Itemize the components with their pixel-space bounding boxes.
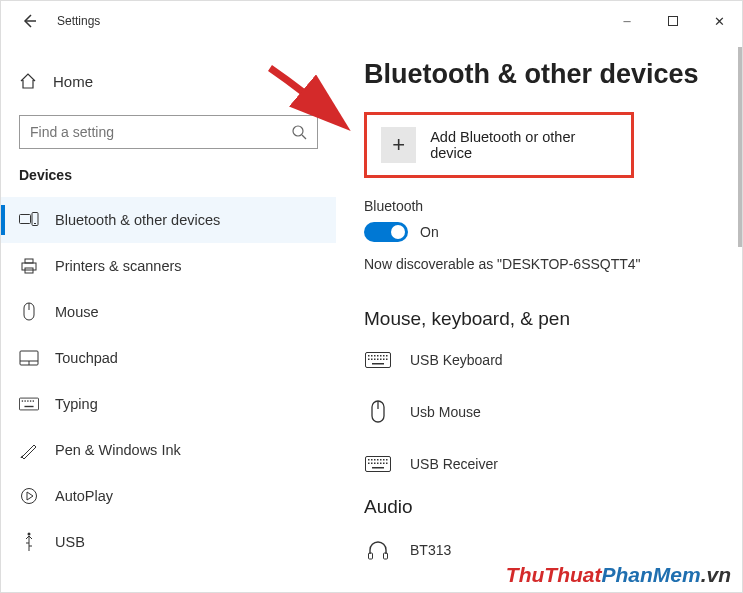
svg-rect-49 xyxy=(386,463,388,465)
svg-rect-21 xyxy=(374,355,376,357)
svg-rect-19 xyxy=(368,355,370,357)
svg-rect-32 xyxy=(386,359,388,361)
svg-rect-12 xyxy=(27,400,28,401)
scrollbar[interactable]: ˄ xyxy=(734,41,742,592)
svg-rect-31 xyxy=(383,359,385,361)
svg-rect-1 xyxy=(20,215,31,224)
svg-rect-39 xyxy=(377,459,379,461)
svg-rect-5 xyxy=(25,259,33,263)
svg-rect-50 xyxy=(372,467,384,469)
home-nav-item[interactable]: Home xyxy=(1,61,336,101)
search-input[interactable] xyxy=(30,124,291,140)
svg-rect-20 xyxy=(371,355,373,357)
sidebar-item-label: AutoPlay xyxy=(55,488,113,504)
svg-rect-43 xyxy=(368,463,370,465)
sidebar-item-bluetooth[interactable]: Bluetooth & other devices xyxy=(1,197,336,243)
svg-rect-47 xyxy=(380,463,382,465)
add-device-label: Add Bluetooth or other device xyxy=(430,129,617,161)
close-button[interactable] xyxy=(696,5,742,37)
sidebar-item-label: Typing xyxy=(55,396,98,412)
svg-rect-27 xyxy=(371,359,373,361)
sidebar-section-title: Devices xyxy=(1,167,336,197)
window-title: Settings xyxy=(57,14,100,28)
svg-rect-26 xyxy=(368,359,370,361)
home-icon xyxy=(19,72,37,90)
svg-rect-45 xyxy=(374,463,376,465)
pen-icon xyxy=(19,440,39,460)
main-content: Bluetooth & other devices + Add Bluetoot… xyxy=(336,41,742,592)
svg-rect-48 xyxy=(383,463,385,465)
svg-rect-4 xyxy=(22,263,36,270)
sidebar-item-autoplay[interactable]: AutoPlay xyxy=(1,473,336,519)
svg-rect-22 xyxy=(377,355,379,357)
svg-rect-13 xyxy=(30,400,31,401)
discoverable-text: Now discoverable as "DESKTOP-6SSQTT4" xyxy=(364,256,714,272)
svg-rect-29 xyxy=(377,359,379,361)
scrollbar-thumb[interactable] xyxy=(738,47,742,247)
svg-rect-37 xyxy=(371,459,373,461)
devices-icon xyxy=(19,210,39,230)
sidebar-item-mouse[interactable]: Mouse xyxy=(1,289,336,335)
sidebar-item-label: Bluetooth & other devices xyxy=(55,212,220,228)
sidebar-item-label: Touchpad xyxy=(55,350,118,366)
back-button[interactable] xyxy=(17,9,41,33)
usb-icon xyxy=(19,532,39,552)
page-title: Bluetooth & other devices xyxy=(364,59,714,90)
keyboard-icon xyxy=(364,456,392,472)
sidebar: Home Devices Bluetooth & other devices P… xyxy=(1,41,336,592)
toggle-state: On xyxy=(420,224,439,240)
search-input-container[interactable] xyxy=(19,115,318,149)
keyboard-icon xyxy=(364,352,392,368)
svg-rect-38 xyxy=(374,459,376,461)
watermark: ThuThuatPhanMem.vn xyxy=(506,563,731,587)
touchpad-icon xyxy=(19,348,39,368)
section-audio-title: Audio xyxy=(364,496,714,518)
device-item[interactable]: USB Receiver xyxy=(364,448,714,496)
autoplay-icon xyxy=(19,486,39,506)
svg-rect-24 xyxy=(383,355,385,357)
svg-rect-23 xyxy=(380,355,382,357)
device-item[interactable]: USB Keyboard xyxy=(364,344,714,392)
device-item[interactable]: Usb Mouse xyxy=(364,392,714,448)
search-icon xyxy=(291,124,307,140)
add-device-button[interactable]: + Add Bluetooth or other device xyxy=(364,112,634,178)
svg-rect-25 xyxy=(386,355,388,357)
svg-rect-15 xyxy=(24,406,33,407)
sidebar-item-printers[interactable]: Printers & scanners xyxy=(1,243,336,289)
svg-rect-33 xyxy=(372,363,384,365)
sidebar-item-label: Pen & Windows Ink xyxy=(55,442,181,458)
svg-rect-41 xyxy=(383,459,385,461)
svg-rect-3 xyxy=(34,223,36,224)
svg-point-16 xyxy=(22,489,37,504)
device-label: Usb Mouse xyxy=(410,404,481,420)
minimize-button[interactable] xyxy=(604,5,650,37)
svg-rect-42 xyxy=(386,459,388,461)
maximize-button[interactable] xyxy=(650,5,696,37)
keyboard-icon xyxy=(19,394,39,414)
svg-rect-30 xyxy=(380,359,382,361)
sidebar-item-touchpad[interactable]: Touchpad xyxy=(1,335,336,381)
svg-rect-9 xyxy=(19,398,38,410)
sidebar-item-usb[interactable]: USB xyxy=(1,519,336,565)
svg-rect-28 xyxy=(374,359,376,361)
section-mouse-keyboard-title: Mouse, keyboard, & pen xyxy=(364,308,714,330)
mouse-icon xyxy=(19,302,39,322)
plus-icon: + xyxy=(381,127,416,163)
svg-rect-40 xyxy=(380,459,382,461)
sidebar-item-typing[interactable]: Typing xyxy=(1,381,336,427)
svg-rect-14 xyxy=(33,400,34,401)
svg-rect-11 xyxy=(24,400,25,401)
bluetooth-toggle[interactable] xyxy=(364,222,408,242)
headphones-icon xyxy=(364,540,392,560)
svg-rect-10 xyxy=(22,400,23,401)
svg-point-17 xyxy=(28,533,31,536)
device-label: USB Receiver xyxy=(410,456,498,472)
device-label: USB Keyboard xyxy=(410,352,503,368)
svg-rect-36 xyxy=(368,459,370,461)
printer-icon xyxy=(19,256,39,276)
sidebar-item-label: Printers & scanners xyxy=(55,258,182,274)
svg-rect-44 xyxy=(371,463,373,465)
sidebar-item-pen[interactable]: Pen & Windows Ink xyxy=(1,427,336,473)
home-label: Home xyxy=(53,73,93,90)
bluetooth-setting-label: Bluetooth xyxy=(364,198,714,214)
